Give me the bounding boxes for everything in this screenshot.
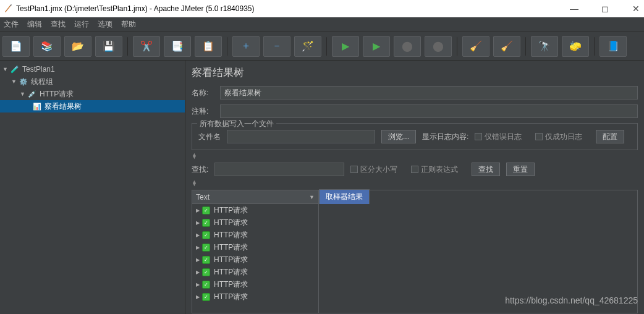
- results-list[interactable]: Text ▼ ▶✓HTTP请求▶✓HTTP请求▶✓HTTP请求▶✓HTTP请求▶…: [192, 190, 319, 313]
- pipette-icon: 💉: [27, 90, 37, 98]
- tb-new[interactable]: 📄: [2, 36, 30, 57]
- success-icon: ✓: [202, 256, 210, 264]
- filename-input[interactable]: [227, 130, 375, 143]
- chevron-down-icon: ▼: [309, 194, 315, 200]
- comment-input[interactable]: [220, 104, 638, 118]
- expand-icon[interactable]: ▶: [196, 232, 200, 238]
- tb-save[interactable]: 💾: [95, 36, 122, 57]
- tb-open[interactable]: 📂: [64, 36, 91, 57]
- templates-icon: 📚: [41, 40, 53, 52]
- expand-icon[interactable]: ▶: [196, 245, 200, 250]
- splitter[interactable]: ▲▼: [192, 153, 638, 159]
- tb-wand[interactable]: 🪄: [294, 36, 321, 57]
- result-item[interactable]: ▶✓HTTP请求: [192, 278, 318, 291]
- menu-options[interactable]: 选项: [98, 19, 112, 30]
- expand-icon[interactable]: ▶: [196, 282, 200, 287]
- tree-http-request[interactable]: ▼ 💉 HTTP请求: [0, 88, 185, 100]
- search-label: 查找:: [192, 164, 208, 175]
- success-only-checkbox[interactable]: 仅成功日志: [535, 132, 582, 142]
- menu-bar: 文件 编辑 查找 运行 选项 帮助: [0, 17, 644, 32]
- tb-clear-all[interactable]: 🧹: [493, 36, 520, 57]
- menu-file[interactable]: 文件: [4, 19, 19, 30]
- result-item[interactable]: ▶✓HTTP请求: [192, 241, 318, 253]
- tb-minus[interactable]: －: [263, 36, 290, 57]
- result-item[interactable]: ▶✓HTTP请求: [192, 253, 318, 266]
- comment-label: 注释:: [192, 106, 220, 117]
- tb-templates[interactable]: 📚: [33, 36, 61, 57]
- expand-icon[interactable]: ▼: [2, 66, 10, 72]
- tree-testplan[interactable]: ▼ 🧪 TestPlan1: [0, 63, 185, 75]
- cut-icon: ✂️: [140, 40, 153, 52]
- shutdown-icon: ⬤: [433, 40, 444, 52]
- configure-button[interactable]: 配置: [596, 130, 624, 143]
- expand-icon[interactable]: ▶: [196, 269, 200, 275]
- maximize-button[interactable]: ◻: [600, 4, 611, 14]
- test-plan-tree[interactable]: ▼ 🧪 TestPlan1 ▼ ⚙️ 线程组 ▼ 💉 HTTP请求 📊 察看结果…: [0, 61, 185, 314]
- tb-toggle[interactable]: 📘: [600, 36, 627, 57]
- expand-icon[interactable]: ▶: [196, 208, 200, 213]
- success-icon: ✓: [202, 219, 210, 227]
- success-icon: ✓: [202, 244, 210, 252]
- renderer-dropdown[interactable]: Text ▼: [192, 190, 318, 204]
- result-label: HTTP请求: [214, 230, 248, 240]
- separator: [326, 37, 327, 56]
- plus-icon: ＋: [241, 40, 251, 53]
- result-item[interactable]: ▶✓HTTP请求: [192, 291, 318, 303]
- minimize-button[interactable]: —: [569, 4, 580, 14]
- tb-start[interactable]: ▶: [332, 36, 359, 57]
- tab-sampler-result[interactable]: 取样器结果: [319, 189, 370, 204]
- regex-checkbox[interactable]: 正则表达式: [411, 164, 458, 175]
- menu-help[interactable]: 帮助: [121, 19, 136, 30]
- result-label: HTTP请求: [214, 218, 248, 228]
- success-icon: ✓: [202, 281, 210, 289]
- search-button[interactable]: 查找: [472, 163, 500, 176]
- tb-paste[interactable]: 📋: [195, 36, 222, 57]
- expand-icon[interactable]: ▼: [20, 91, 27, 97]
- tb-shutdown[interactable]: ⬤: [425, 36, 452, 57]
- splitter[interactable]: ▲▼: [192, 180, 638, 186]
- splitter-grip-icon: ▲▼: [192, 180, 197, 185]
- wand-icon: 🪄: [302, 40, 314, 52]
- tb-clear[interactable]: 🧹: [462, 36, 489, 57]
- broom-icon: 🧹: [470, 40, 482, 52]
- tb-plus[interactable]: ＋: [232, 36, 260, 57]
- menu-run[interactable]: 运行: [74, 19, 89, 30]
- minus-icon: －: [272, 40, 282, 53]
- case-checkbox[interactable]: 区分大小写: [350, 164, 397, 175]
- result-item[interactable]: ▶✓HTTP请求: [192, 204, 318, 216]
- browse-button[interactable]: 浏览...: [381, 130, 416, 143]
- result-item[interactable]: ▶✓HTTP请求: [192, 266, 318, 278]
- result-item[interactable]: ▶✓HTTP请求: [192, 229, 318, 241]
- app-icon: [4, 4, 12, 13]
- file-fieldset: 所有数据写入一个文件 文件名 浏览... 显示日志内容: 仅错误日志 仅成功日志…: [192, 123, 638, 150]
- tree-label: 线程组: [31, 77, 53, 87]
- name-label: 名称:: [192, 88, 220, 98]
- broom-icon: 🧹: [501, 40, 513, 52]
- log-label: 显示日志内容:: [422, 132, 468, 142]
- separator: [127, 37, 128, 56]
- expand-icon[interactable]: ▶: [196, 257, 200, 263]
- tb-copy[interactable]: 📑: [164, 36, 191, 57]
- tb-start-no-pause[interactable]: ▶: [363, 36, 390, 57]
- tree-threadgroup[interactable]: ▼ ⚙️ 线程组: [0, 75, 185, 88]
- name-input[interactable]: [220, 86, 638, 100]
- folder-icon: 📂: [72, 40, 84, 52]
- expand-icon[interactable]: ▶: [196, 220, 200, 226]
- reset-button[interactable]: 重置: [506, 163, 535, 176]
- tb-search[interactable]: 🔭: [531, 36, 558, 57]
- menu-edit[interactable]: 编辑: [27, 19, 42, 30]
- errors-only-checkbox[interactable]: 仅错误日志: [475, 132, 522, 142]
- result-item[interactable]: ▶✓HTTP请求: [192, 216, 318, 229]
- close-button[interactable]: ✕: [630, 4, 642, 14]
- tb-cut[interactable]: ✂️: [133, 36, 160, 57]
- fn-icon: 🧽: [569, 40, 582, 52]
- menu-search[interactable]: 查找: [51, 19, 66, 30]
- expand-icon[interactable]: ▶: [196, 294, 200, 300]
- search-input[interactable]: [214, 163, 344, 176]
- success-icon: ✓: [202, 268, 210, 276]
- tb-fn[interactable]: 🧽: [562, 36, 589, 57]
- tb-stop[interactable]: ⬤: [394, 36, 421, 57]
- result-label: HTTP请求: [214, 255, 248, 265]
- tree-view-results[interactable]: 📊 察看结果树: [0, 100, 185, 112]
- expand-icon[interactable]: ▼: [11, 78, 19, 85]
